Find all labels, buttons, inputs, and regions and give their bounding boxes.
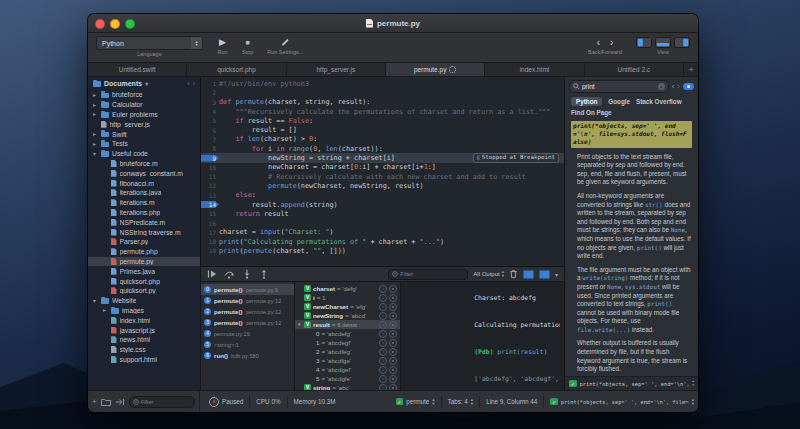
doc-forward-button[interactable]: › <box>677 83 680 91</box>
info-icon[interactable]: i <box>379 339 387 347</box>
info-icon[interactable]: i <box>379 321 387 329</box>
file-tree-item[interactable]: Calculator <box>88 100 200 110</box>
stack-frame[interactable]: 2 permute() permute.py:12 <box>201 306 294 317</box>
window-titlebar[interactable]: permute.py <box>88 14 698 33</box>
code-line[interactable]: 7 if len(charset) > 0: <box>201 135 564 144</box>
variable-row[interactable]: 5 = 'abcdgfe' i ● <box>295 374 400 383</box>
line-number-gutter[interactable]: 2 <box>201 89 219 96</box>
editor-tab[interactable]: Untitled.swift <box>88 63 187 76</box>
line-number-gutter[interactable]: 1 <box>201 80 219 87</box>
variable-row[interactable]: V newCharset = 'efg' i ● <box>295 302 400 311</box>
add-file-button[interactable]: + <box>92 398 97 406</box>
code-line[interactable]: 5 if result == False: <box>201 116 564 125</box>
step-into-button[interactable] <box>242 269 252 279</box>
sidebar-filter-input[interactable] <box>141 399 191 405</box>
variable-row[interactable]: V newString = 'abcd' i ● <box>295 311 400 320</box>
continue-button[interactable] <box>207 269 217 279</box>
language-select[interactable]: Python ▴▾ <box>96 36 203 50</box>
info-icon[interactable]: i <box>379 357 387 365</box>
doc-match-bar[interactable]: ✓ print(*objects, sep=' ', end='\n', fil… <box>565 376 698 390</box>
code-line[interactable]: 13 else: <box>201 191 564 200</box>
sidebar-filter-field[interactable] <box>129 396 195 408</box>
add-folder-button[interactable] <box>101 398 111 406</box>
info-icon[interactable]: i <box>379 348 387 356</box>
file-tree-item[interactable]: bruteforce.m <box>88 159 200 169</box>
file-tree-item[interactable]: Euler problems <box>88 110 200 120</box>
doc-search-input[interactable] <box>582 83 656 90</box>
code-line[interactable]: 3 def permute(charset, string, result): <box>201 98 564 107</box>
quicklook-icon[interactable]: ● <box>389 339 397 347</box>
quicklook-icon[interactable]: ● <box>389 366 397 374</box>
clear-search-icon[interactable]: × <box>658 83 665 90</box>
variable-row[interactable]: V string = 'abc' i ● <box>295 383 400 390</box>
stack-frame[interactable]: 4 permute.py:19 <box>201 328 294 339</box>
code-line[interactable]: 18 print("Calculating permutations of " … <box>201 237 564 246</box>
variable-row[interactable]: V i = 1 i ● <box>295 293 400 302</box>
console-filter-input[interactable] <box>400 271 464 277</box>
variable-row[interactable]: V result = 6 items i ● <box>295 320 400 329</box>
line-number-gutter[interactable]: 4 <box>201 108 219 115</box>
line-number-gutter[interactable]: 8 <box>201 145 219 152</box>
code-line[interactable]: 2 <box>201 88 564 97</box>
file-tree-item[interactable]: bruteforce <box>88 90 200 100</box>
disclosure-chevron-icon[interactable] <box>93 151 98 157</box>
console-filter-field[interactable] <box>388 269 468 280</box>
toggle-right-panel-button[interactable] <box>674 37 690 48</box>
console-split-toggle-left[interactable] <box>523 270 534 279</box>
editor-tab[interactable]: quicksort.php <box>187 63 286 76</box>
line-number-gutter[interactable]: 13 <box>201 192 219 199</box>
quicklook-icon[interactable]: ● <box>389 312 397 320</box>
code-line[interactable]: 17 charset = input("Charset: ") <box>201 228 564 237</box>
step-over-button[interactable] <box>224 269 235 279</box>
file-tree-item[interactable]: images <box>88 306 200 316</box>
disclosure-chevron-icon[interactable] <box>298 322 302 327</box>
disclosure-chevron-icon[interactable] <box>93 102 98 108</box>
back-button[interactable]: ‹ <box>597 37 600 48</box>
code-line[interactable]: 15 return result <box>201 209 564 218</box>
info-icon[interactable]: i <box>379 312 387 320</box>
info-icon[interactable]: i <box>379 375 387 383</box>
output-selector[interactable]: All Output ▴▾ <box>473 270 504 278</box>
info-icon[interactable]: i <box>379 303 387 311</box>
console-output[interactable]: Charset: abcdefg Calculating permutation… <box>401 282 564 390</box>
toggle-left-panel-button[interactable] <box>636 37 652 48</box>
info-icon[interactable]: i <box>379 285 387 293</box>
variable-row[interactable]: 4 = 'abcdgef' i ● <box>295 365 400 374</box>
forward-button[interactable]: › <box>610 37 613 48</box>
file-tree-item[interactable]: NSString traverse.m <box>88 227 200 237</box>
eye-icon[interactable] <box>683 83 694 90</box>
sidebar-back-icon[interactable]: ‹ <box>187 80 189 87</box>
disclosure-chevron-icon[interactable] <box>103 307 108 313</box>
step-out-button[interactable] <box>259 269 269 279</box>
variable-row[interactable]: 3 = 'abcdfge' i ● <box>295 356 400 365</box>
run-target-selector[interactable]: ✓ permute ▴▾ <box>396 398 435 406</box>
file-tree-item[interactable]: Swift <box>88 129 200 139</box>
disclosure-chevron-icon[interactable] <box>93 111 98 117</box>
file-tree-item[interactable]: javascript.js <box>88 325 200 335</box>
code-line[interactable]: 16 <box>201 218 564 227</box>
tab-width-selector[interactable]: Tabs: 4 ▴▾ <box>448 398 474 406</box>
run-button[interactable]: ▶ <box>217 36 228 48</box>
add-tab-button[interactable]: + <box>684 63 698 76</box>
disclosure-chevron-icon[interactable] <box>93 92 98 98</box>
file-tree-item[interactable]: fibonacci.m <box>88 178 200 188</box>
code-line[interactable]: 19 print(permute(charset, "", [])) <box>201 246 564 255</box>
stack-frame[interactable]: 0 permute() permute.py:9 <box>201 284 294 295</box>
code-line[interactable]: 9 newString = string + charset[i] Stoppe… <box>201 153 564 162</box>
line-number-gutter[interactable]: 16 <box>201 220 219 227</box>
file-tree-item[interactable]: quicksort.php <box>88 276 200 286</box>
line-number-gutter[interactable]: 17 <box>201 229 219 236</box>
line-number-gutter[interactable]: 3 <box>201 99 219 106</box>
find-on-page-link[interactable]: Find On Page <box>565 106 698 118</box>
line-number-gutter[interactable]: 18 <box>201 238 219 245</box>
collapse-console-chevron[interactable]: ▾ <box>555 271 558 278</box>
sidebar-root-folder[interactable]: Documents ‹ › <box>88 77 200 90</box>
file-tree-item[interactable]: index.html <box>88 315 200 325</box>
quicklook-icon[interactable]: ● <box>389 357 397 365</box>
file-tree-item[interactable]: http_server.js <box>88 119 200 129</box>
variable-row[interactable]: 2 = 'abcdfeg' i ● <box>295 347 400 356</box>
editor-tab[interactable]: permute.py <box>386 63 485 76</box>
doc-tab-google[interactable]: Google <box>608 98 630 105</box>
editor-tab[interactable]: http_server.js <box>287 63 386 76</box>
stack-frame[interactable]: 5 <string>:1 <box>201 339 294 350</box>
